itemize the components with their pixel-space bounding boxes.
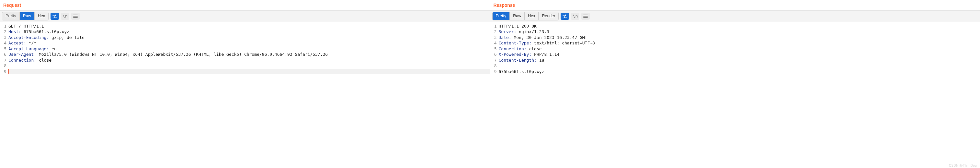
http-editor-panels: Request Pretty Raw Hex \n	[0, 0, 980, 81]
header-name: Connection:	[8, 58, 36, 62]
action-swap-button[interactable]	[51, 13, 59, 20]
line-number: 6	[490, 51, 499, 58]
code-line: 8	[490, 63, 980, 69]
swap-arrows-icon	[52, 14, 57, 19]
header-value: PHP/8.1.14	[531, 52, 559, 57]
line-number: 7	[0, 58, 8, 63]
header-value: en	[49, 46, 56, 51]
header-value: text/html; charset=UTF-8	[531, 40, 595, 45]
code-line: 9	[0, 69, 490, 75]
line-number: 7	[490, 58, 499, 63]
code-line: 6User-Agent: Mozilla/5.0 (Windows NT 10.…	[0, 51, 490, 58]
text-caret	[8, 69, 9, 74]
line-text: GET / HTTP/1.1	[8, 24, 44, 29]
line-number: 3	[490, 35, 499, 40]
code-line: 2Server: nginx/1.23.3	[490, 29, 980, 35]
code-content: HTTP/1.1 200 OK	[499, 23, 980, 29]
line-number: 4	[0, 40, 8, 46]
newline-icon: \n	[573, 14, 578, 19]
header-name: Accept-Language:	[8, 46, 49, 51]
tab-render[interactable]: Render	[539, 12, 558, 20]
line-number: 2	[0, 29, 8, 35]
header-name: Host:	[8, 29, 21, 34]
response-toolbar: Pretty Raw Hex Render \n	[490, 10, 980, 22]
code-content: Host: 675ba661.s.l0p.xyz	[8, 29, 490, 35]
code-line: 7Content-Length: 18	[490, 58, 980, 63]
newline-icon: \n	[62, 14, 68, 19]
header-name: Content-Length:	[499, 58, 537, 62]
request-toolbar: Pretty Raw Hex \n	[0, 10, 490, 22]
header-value: 675ba661.s.l0p.xyz	[21, 29, 69, 34]
header-value: Mozilla/5.0 (Windows NT 10.0; Win64; x64…	[36, 52, 328, 57]
code-content: 675ba661.s.l0p.xyz	[499, 69, 980, 75]
request-tab-group: Pretty Raw Hex	[2, 12, 49, 21]
tab-raw[interactable]: Raw	[510, 12, 525, 20]
header-value: nginx/1.23.3	[516, 29, 549, 34]
swap-arrows-icon	[562, 14, 567, 19]
line-number: 3	[0, 35, 8, 40]
response-tab-group: Pretty Raw Hex Render	[492, 12, 559, 21]
code-line: 4Accept: */*	[0, 40, 490, 46]
line-number: 1	[490, 23, 499, 29]
header-name: Content-Type:	[499, 40, 532, 45]
code-content: Server: nginx/1.23.3	[499, 29, 980, 35]
header-name: Accept-Encoding:	[8, 35, 49, 40]
header-value: */*	[26, 40, 36, 45]
code-line: 2Host: 675ba661.s.l0p.xyz	[0, 29, 490, 35]
code-line: 5Connection: close	[490, 46, 980, 52]
line-number: 1	[0, 23, 8, 29]
header-value: Mon, 30 Jan 2023 16:23:47 GMT	[511, 35, 587, 40]
code-line: 6X-Powered-By: PHP/8.1.14	[490, 51, 980, 58]
tab-hex[interactable]: Hex	[525, 12, 539, 20]
code-line: 7Connection: close	[0, 58, 490, 63]
code-content: Accept-Language: en	[8, 46, 490, 52]
request-title: Request	[3, 2, 487, 10]
code-content: Content-Type: text/html; charset=UTF-8	[499, 40, 980, 46]
header-value: gzip, deflate	[49, 35, 84, 40]
header-value: close	[527, 46, 542, 51]
tab-pretty[interactable]: Pretty	[493, 12, 510, 20]
line-number: 9	[0, 69, 8, 75]
response-code-area[interactable]: 1HTTP/1.1 200 OK2Server: nginx/1.23.33Da…	[490, 22, 980, 81]
tab-raw[interactable]: Raw	[20, 12, 35, 20]
hamburger-icon	[583, 14, 588, 18]
action-swap-button[interactable]	[561, 13, 569, 20]
line-number: 2	[490, 29, 499, 35]
line-number: 5	[0, 46, 8, 52]
header-value: close	[36, 58, 51, 62]
code-line: 4Content-Type: text/html; charset=UTF-8	[490, 40, 980, 46]
code-content: Accept: */*	[8, 40, 490, 46]
line-number: 9	[490, 69, 499, 75]
code-content: GET / HTTP/1.1	[8, 23, 490, 29]
tab-pretty[interactable]: Pretty	[2, 12, 20, 20]
line-number: 6	[0, 51, 8, 58]
menu-button[interactable]	[581, 13, 590, 20]
code-content: Connection: close	[499, 46, 980, 52]
code-content: Connection: close	[8, 58, 490, 63]
line-text: 675ba661.s.l0p.xyz	[499, 69, 544, 74]
code-content	[8, 69, 490, 75]
header-name: User-Agent:	[8, 52, 36, 57]
newline-toggle-button[interactable]: \n	[571, 13, 579, 20]
menu-button[interactable]	[71, 13, 80, 20]
response-title: Response	[493, 2, 977, 10]
code-content: Content-Length: 18	[499, 58, 980, 63]
request-code-area[interactable]: 1GET / HTTP/1.12Host: 675ba661.s.l0p.xyz…	[0, 22, 490, 81]
line-number: 8	[0, 63, 8, 69]
line-number: 4	[490, 40, 499, 46]
header-name: Accept:	[8, 40, 26, 45]
code-line: 5Accept-Language: en	[0, 46, 490, 52]
code-content: Accept-Encoding: gzip, deflate	[8, 35, 490, 40]
line-number: 5	[490, 46, 499, 52]
header-name: Server:	[499, 29, 517, 34]
code-line: 8	[0, 63, 490, 69]
newline-toggle-button[interactable]: \n	[61, 13, 69, 20]
code-content: Date: Mon, 30 Jan 2023 16:23:47 GMT	[499, 35, 980, 40]
code-line: 3Accept-Encoding: gzip, deflate	[0, 35, 490, 40]
code-line: 9675ba661.s.l0p.xyz	[490, 69, 980, 75]
header-name: X-Powered-By:	[499, 52, 532, 57]
header-name: Connection:	[499, 46, 527, 51]
response-panel: Response Pretty Raw Hex Render \n	[490, 0, 980, 81]
hamburger-icon	[73, 14, 78, 18]
tab-hex[interactable]: Hex	[35, 12, 48, 20]
